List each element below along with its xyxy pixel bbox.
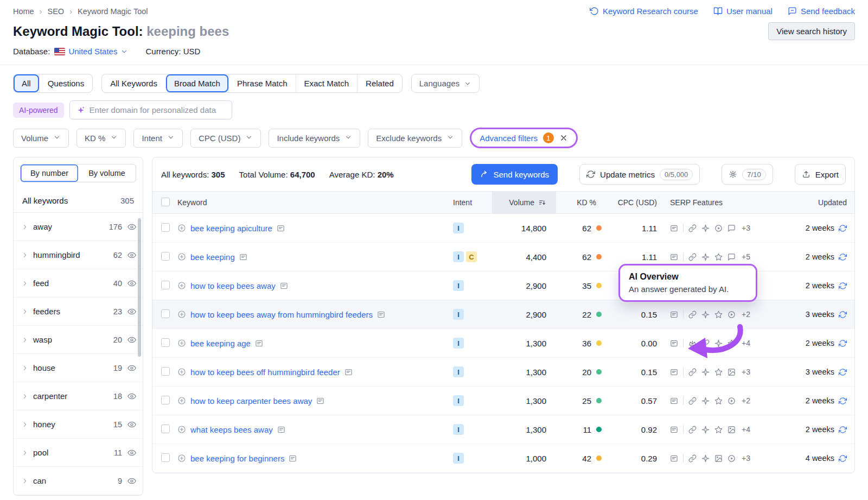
add-keyword-icon[interactable] (177, 310, 186, 319)
refresh-metrics-icon[interactable] (839, 253, 847, 261)
refresh-metrics-icon[interactable] (839, 368, 847, 376)
eye-icon[interactable] (127, 307, 136, 316)
serp-more-count[interactable]: +4 (742, 425, 750, 434)
filter-include-keywords[interactable]: Include keywords (269, 129, 360, 148)
sidebar-item-hummingbird[interactable]: hummingbird62 (14, 241, 143, 269)
breadcrumb-seo[interactable]: SEO (48, 7, 65, 16)
row-checkbox[interactable] (161, 453, 170, 462)
keyword-link[interactable]: how to keep bees off hummingbird feeder (190, 366, 340, 378)
add-keyword-icon[interactable] (177, 368, 186, 376)
serp-more-count[interactable]: +2 (742, 310, 750, 319)
keyword-link[interactable]: how to keep bees away from hummingbird f… (190, 309, 373, 320)
serp-preview-icon[interactable] (277, 426, 285, 434)
close-icon[interactable] (559, 134, 568, 142)
breadcrumb-home[interactable]: Home (13, 7, 34, 16)
keyword-link[interactable]: bee keeping apiculture (190, 223, 272, 234)
add-keyword-icon[interactable] (177, 339, 186, 347)
update-metrics-button[interactable]: Update metrics 0/5,000 (579, 164, 700, 185)
sidebar-item-can[interactable]: can9 (14, 467, 143, 495)
refresh-metrics-icon[interactable] (839, 311, 847, 319)
sidebar-all-keywords[interactable]: All keywords 305 (14, 189, 143, 213)
tab-phrase-match[interactable]: Phrase Match (228, 74, 296, 92)
sidebar-toggle-by-volume[interactable]: By volume (78, 164, 136, 182)
add-keyword-icon[interactable] (177, 396, 186, 405)
serp-more-count[interactable]: +3 (742, 224, 750, 232)
keyword-link[interactable]: what keeps bees away (190, 424, 273, 435)
keyword-link[interactable]: bee keeping age (190, 338, 251, 349)
sidebar-item-pool[interactable]: pool11 (14, 439, 143, 467)
add-keyword-icon[interactable] (177, 454, 186, 463)
refresh-metrics-icon[interactable] (839, 397, 847, 405)
eye-icon[interactable] (127, 420, 136, 429)
row-checkbox[interactable] (161, 396, 170, 404)
sidebar-toggle-by-number[interactable]: By number (21, 164, 78, 182)
serp-preview-icon[interactable] (316, 397, 324, 405)
filter-kd[interactable]: KD % (76, 129, 126, 148)
add-keyword-icon[interactable] (177, 425, 186, 434)
serp-more-count[interactable]: +3 (742, 368, 750, 376)
eye-icon[interactable] (127, 223, 136, 231)
serp-preview-icon[interactable] (377, 311, 385, 319)
add-keyword-icon[interactable] (177, 252, 186, 261)
row-checkbox[interactable] (161, 425, 170, 433)
column-intent[interactable]: Intent (453, 198, 492, 207)
sidebar-item-honey[interactable]: honey15 (14, 410, 143, 439)
serp-preview-icon[interactable] (344, 368, 353, 376)
export-button[interactable]: Export (795, 164, 846, 185)
domain-input[interactable] (90, 105, 225, 115)
header-link-user-manual[interactable]: User manual (713, 7, 773, 16)
serp-preview-icon[interactable] (280, 282, 288, 290)
column-cpc[interactable]: CPC (USD) (606, 198, 667, 207)
refresh-metrics-icon[interactable] (839, 339, 847, 347)
row-checkbox[interactable] (161, 338, 170, 347)
keyword-link[interactable]: bee keeping (190, 251, 235, 263)
tab-broad-match[interactable]: Broad Match (165, 74, 228, 92)
sidebar-item-house[interactable]: house19 (14, 354, 143, 382)
filter-cpc-usd[interactable]: CPC (USD) (190, 129, 261, 148)
eye-icon[interactable] (127, 336, 136, 344)
sidebar-item-feed[interactable]: feed40 (14, 269, 143, 298)
tab-all[interactable]: All (14, 74, 39, 92)
keyword-link[interactable]: how to keep carpenter bees away (190, 395, 312, 407)
filter-intent[interactable]: Intent (133, 129, 183, 148)
keyword-link[interactable]: how to keep bees away (190, 280, 276, 292)
column-volume[interactable]: Volume (492, 192, 556, 213)
serp-preview-icon[interactable] (239, 253, 247, 261)
refresh-metrics-icon[interactable] (839, 224, 847, 232)
row-checkbox[interactable] (161, 281, 170, 289)
eye-icon[interactable] (127, 477, 136, 485)
sidebar-item-feeders[interactable]: feeders23 (14, 298, 143, 326)
serp-more-count[interactable]: +5 (742, 252, 750, 261)
database-selector[interactable]: United States (54, 47, 128, 56)
column-keyword[interactable]: Keyword (177, 198, 453, 207)
column-serp-features[interactable]: SERP Features (667, 198, 785, 207)
serp-preview-icon[interactable] (255, 339, 263, 347)
eye-icon[interactable] (127, 279, 136, 288)
serp-preview-icon[interactable] (289, 454, 297, 463)
column-updated[interactable]: Updated (785, 198, 854, 207)
eye-icon[interactable] (127, 364, 136, 372)
tab-questions[interactable]: Questions (39, 74, 93, 92)
row-checkbox[interactable] (161, 252, 170, 261)
serp-more-count[interactable]: +3 (742, 454, 750, 463)
eye-icon[interactable] (127, 448, 136, 457)
add-keyword-icon[interactable] (177, 224, 186, 232)
column-kd[interactable]: KD % (556, 198, 606, 207)
tab-all-keywords[interactable]: All Keywords (102, 74, 165, 92)
refresh-metrics-icon[interactable] (839, 454, 847, 463)
refresh-metrics-icon[interactable] (839, 282, 847, 290)
sidebar-item-away[interactable]: away176 (14, 213, 143, 241)
view-search-history-button[interactable]: View search history (768, 22, 855, 40)
eye-icon[interactable] (127, 392, 136, 401)
header-link-send-feedback[interactable]: Send feedback (788, 7, 855, 16)
sidebar-scrollbar[interactable] (138, 218, 141, 357)
select-all-checkbox[interactable] (161, 198, 170, 206)
tab-exact-match[interactable]: Exact Match (296, 74, 358, 92)
keyword-link[interactable]: bee keeping for beginners (190, 453, 284, 464)
row-checkbox[interactable] (161, 367, 170, 376)
refresh-metrics-icon[interactable] (839, 426, 847, 434)
manage-columns-button[interactable]: 7/10 (722, 164, 773, 185)
tab-related[interactable]: Related (357, 74, 402, 92)
sidebar-item-carpenter[interactable]: carpenter18 (14, 382, 143, 410)
filter-volume[interactable]: Volume (13, 129, 69, 148)
